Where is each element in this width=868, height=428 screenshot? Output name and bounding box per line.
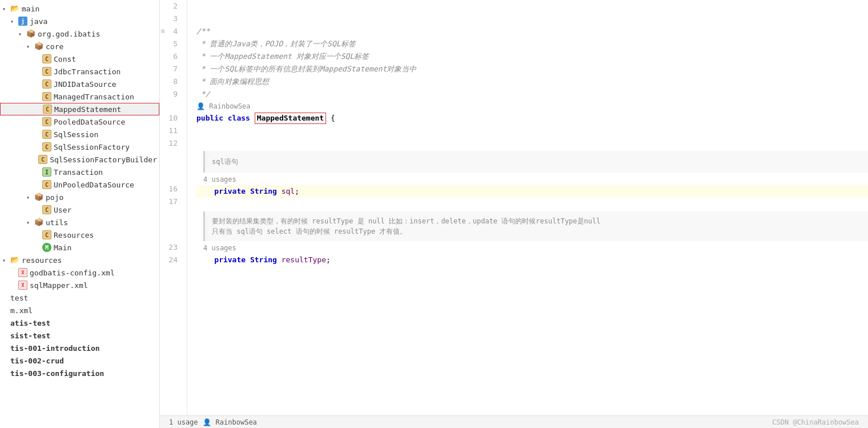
file-tree[interactable]: main j java 📦 org.god.ibatis 📦 core C Co… bbox=[0, 0, 160, 428]
tree-item-godbatis-config[interactable]: X godbatis-config.xml bbox=[0, 266, 159, 279]
tree-label-mxml: m.xml bbox=[10, 306, 33, 315]
folder-icon-main bbox=[10, 4, 19, 13]
person-icon-bottom: 👤 bbox=[203, 418, 211, 426]
ln-5: 5 bbox=[160, 38, 182, 50]
code-line-23: private String resultType ; bbox=[196, 254, 868, 266]
arrow-org bbox=[18, 31, 26, 37]
tree-item-core[interactable]: 📦 core bbox=[0, 40, 159, 53]
tree-item-MappedStatement[interactable]: C MappedStatement bbox=[0, 103, 159, 115]
tree-item-utils[interactable]: 📦 utils bbox=[0, 216, 159, 229]
code-container: 2 3 ≡ 4 5 6 7 8 9 10 11 12 16 17 bbox=[160, 0, 868, 415]
ln-3: 3 bbox=[160, 13, 182, 25]
tree-item-SqlSessionFactoryBuilder[interactable]: C SqlSessionFactoryBuilder bbox=[0, 153, 159, 166]
tree-item-UnPooledDataSource[interactable]: C UnPooledDataSource bbox=[0, 178, 159, 191]
tree-label-JdbcTransaction: JdbcTransaction bbox=[54, 67, 120, 76]
ln-4: ≡ 4 bbox=[160, 25, 182, 38]
tree-label-ManagedTransaction: ManagedTransaction bbox=[54, 93, 134, 101]
tree-item-SqlSessionFactory[interactable]: C SqlSessionFactory bbox=[0, 141, 159, 153]
tree-label-Resources: Resources bbox=[54, 231, 94, 239]
field-sql: sql bbox=[282, 185, 295, 198]
tree-label-godbatis: godbatis-config.xml bbox=[30, 269, 115, 277]
class-icon-SqlSessionFactory: C bbox=[42, 142, 51, 151]
code-line-4: /** bbox=[196, 25, 868, 38]
kw-private-23: private bbox=[196, 254, 250, 266]
tree-item-tis003[interactable]: tis-003-configuration bbox=[0, 367, 159, 379]
semi-16: ; bbox=[295, 185, 299, 198]
tree-item-SqlSession[interactable]: C SqlSession bbox=[0, 128, 159, 141]
tree-item-test[interactable]: test bbox=[0, 291, 159, 304]
ln-desc-result bbox=[160, 208, 182, 230]
class-icon-SqlSession: C bbox=[42, 130, 51, 139]
desc-block-result: 要封装的结果集类型，有的时候 resultType 是 null 比如：inse… bbox=[203, 211, 868, 241]
editor-area: 2 3 ≡ 4 5 6 7 8 9 10 11 12 16 17 bbox=[160, 0, 868, 428]
tree-label-utils: utils bbox=[46, 218, 68, 227]
author-bottom: RainbowSea bbox=[216, 418, 257, 426]
usage-line-sql[interactable]: 4 usages bbox=[196, 174, 868, 185]
tree-label-JNDIDataSource: JNDIDataSource bbox=[54, 80, 116, 89]
tree-item-ManagedTransaction[interactable]: C ManagedTransaction bbox=[0, 90, 159, 103]
xml-icon-godbatis: X bbox=[18, 268, 27, 277]
desc-sql-text: sql语句 bbox=[212, 157, 238, 167]
class-icon-Resources: C bbox=[42, 230, 51, 239]
desc-result-text: 要封装的结果集类型，有的时候 resultType 是 null 比如：inse… bbox=[212, 216, 600, 237]
tree-item-mxml[interactable]: m.xml bbox=[0, 304, 159, 317]
tree-item-tis001[interactable]: tis-001-introduction bbox=[0, 342, 159, 354]
tree-item-tis002[interactable]: tis-002-crud bbox=[0, 354, 159, 367]
tree-label-PooledDataSource: PooledDataSource bbox=[54, 118, 125, 126]
tree-item-resources[interactable]: resources bbox=[0, 254, 159, 266]
xml-icon-sqlMapper: X bbox=[18, 281, 27, 290]
class-icon-PooledDataSource: C bbox=[42, 117, 51, 126]
tree-item-sqlMapper[interactable]: X sqlMapper.xml bbox=[0, 279, 159, 291]
tree-item-JNDIDataSource[interactable]: C JNDIDataSource bbox=[0, 78, 159, 90]
tree-label-core: core bbox=[46, 42, 63, 51]
ln-17: 17 bbox=[160, 195, 182, 208]
tree-item-java[interactable]: j java bbox=[0, 15, 159, 27]
tree-item-Transaction[interactable]: I Transaction bbox=[0, 166, 159, 178]
src-icon: j bbox=[18, 17, 27, 26]
field-resultType: resultType bbox=[282, 254, 326, 266]
tree-item-org[interactable]: 📦 org.god.ibatis bbox=[0, 27, 159, 40]
arrow-core bbox=[26, 43, 34, 50]
class-icon-SqlSessionFactoryBuilder: C bbox=[38, 155, 47, 164]
line-numbers: 2 3 ≡ 4 5 6 7 8 9 10 11 12 16 17 bbox=[160, 0, 187, 415]
ln-8: 8 bbox=[160, 75, 182, 88]
comment-7: * 一个SQL标签中的所有信息封装到MappedStatement对象当中 bbox=[196, 63, 416, 75]
tree-item-pojo[interactable]: 📦 pojo bbox=[0, 191, 159, 203]
class-icon-MappedStatement: C bbox=[43, 105, 52, 114]
tree-item-User[interactable]: C User bbox=[0, 203, 159, 216]
usage-count-bottom: 1 usage bbox=[169, 418, 198, 426]
package-icon-org: 📦 bbox=[26, 29, 35, 38]
ln-usage-sql bbox=[160, 171, 182, 183]
folder-icon-resources bbox=[10, 255, 19, 265]
class-icon-User: C bbox=[42, 205, 51, 214]
usage-line-result[interactable]: 4 usages bbox=[196, 242, 868, 254]
code-editor[interactable]: /** * 普通的Java类，POJO，封装了一个SQL标签 * 一个Mappe… bbox=[187, 0, 868, 415]
classname-box: MappedStatement bbox=[255, 113, 326, 124]
tree-label-SqlSession: SqlSession bbox=[54, 130, 98, 139]
tree-item-main[interactable]: main bbox=[0, 2, 159, 15]
class-icon-ManagedTransaction: C bbox=[42, 92, 51, 101]
tree-item-JdbcTransaction[interactable]: C JdbcTransaction bbox=[0, 65, 159, 78]
tree-item-atis-test[interactable]: atis-test bbox=[0, 317, 159, 329]
ln-12: 12 bbox=[160, 137, 182, 150]
code-line-16: private String sql ; bbox=[196, 185, 868, 198]
tree-label-sqlMapper: sqlMapper.xml bbox=[30, 281, 88, 290]
tree-item-sist-test[interactable]: sist-test bbox=[0, 329, 159, 342]
tree-item-Resources[interactable]: C Resources bbox=[0, 229, 159, 241]
tree-label-Main: Main bbox=[54, 243, 71, 252]
code-line-9: */ bbox=[196, 88, 868, 101]
comment-6: * 一个MappedStatement 对象对应一个SQL标签 bbox=[196, 50, 369, 63]
tree-item-Main[interactable]: M Main bbox=[0, 241, 159, 254]
package-icon-pojo: 📦 bbox=[34, 193, 43, 202]
tree-label-java: java bbox=[30, 17, 47, 26]
tree-item-PooledDataSource[interactable]: C PooledDataSource bbox=[0, 115, 159, 128]
tree-label-UnPooledDataSource: UnPooledDataSource bbox=[54, 181, 134, 189]
class-icon-UnPooledDataSource: C bbox=[42, 180, 51, 189]
ln-9: 9 bbox=[160, 88, 182, 101]
code-line-author: 👤 RainbowSea bbox=[196, 101, 868, 112]
fold-icon-4[interactable]: ≡ bbox=[161, 25, 165, 38]
package-icon-utils: 📦 bbox=[34, 218, 43, 227]
tree-item-Const[interactable]: C Const bbox=[0, 53, 159, 65]
code-line-6: * 一个MappedStatement 对象对应一个SQL标签 bbox=[196, 50, 868, 63]
ln-7: 7 bbox=[160, 63, 182, 75]
